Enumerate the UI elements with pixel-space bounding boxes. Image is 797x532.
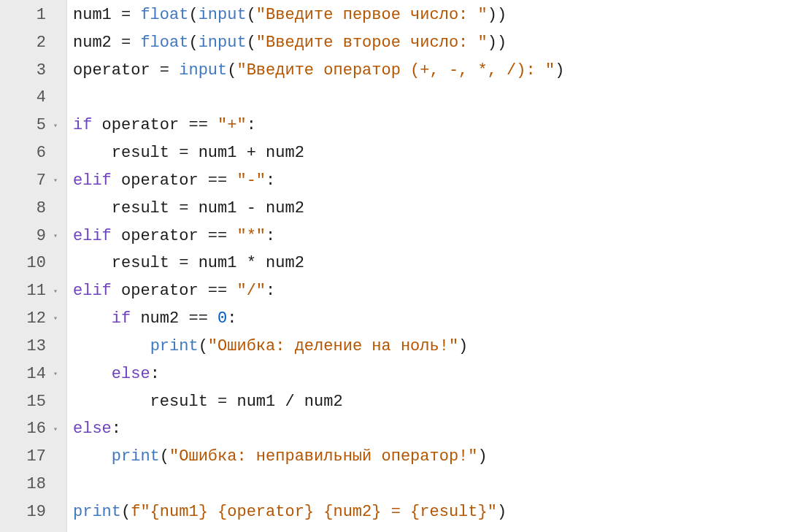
token-op: * [247,254,256,272]
gutter-line: 9▾ [6,223,58,250]
fold-marker-icon[interactable]: ▾ [50,230,58,242]
code-line[interactable]: elif operator == "-": [73,167,791,195]
token-op: = [169,254,199,272]
gutter-line: 16▾ [6,415,58,443]
token-name: num2 [256,254,304,272]
token-name: result [73,254,169,272]
token-name [73,309,112,328]
token-punc: ( [199,337,208,355]
line-number: 6 [36,139,46,167]
token-name [73,337,150,355]
token-punc: : [247,116,256,134]
code-line[interactable]: result = num1 + num2 [73,139,791,167]
token-punc: : [266,171,275,190]
token-name: operator [112,227,208,245]
token-str: "/" [227,282,266,300]
gutter-line: 14▾ [6,361,58,388]
token-punc: : [227,309,236,328]
fold-marker-icon[interactable]: ▾ [50,312,58,325]
token-fn: float [140,6,188,24]
code-line[interactable]: operator = input("Введите оператор (+, -… [73,57,791,85]
line-number: 10 [27,250,46,277]
code-line[interactable]: print("Ошибка: неправильный оператор!") [73,443,791,471]
gutter-line: 17 [6,443,58,471]
gutter-line: 18 [6,471,58,498]
gutter-line: 6 [6,139,58,167]
token-str: "Ошибка: деление на ноль!" [208,337,458,355]
token-op: = [150,61,180,80]
line-number: 13 [27,333,46,361]
token-str: "Введите второе число: " [256,34,488,52]
token-punc: : [112,420,121,438]
line-number: 8 [36,195,46,223]
fold-marker-icon[interactable]: ▾ [50,174,58,187]
token-name: num1 [199,144,247,162]
code-line[interactable]: print("Ошибка: деление на ноль!") [73,333,791,361]
gutter-line: 12▾ [6,305,58,333]
code-line[interactable] [73,84,791,112]
line-number: 15 [27,388,46,416]
gutter: 12345▾67▾89▾1011▾12▾1314▾1516▾171819 [0,0,67,532]
token-op: == [208,227,227,245]
code-line[interactable]: if operator == "+": [73,112,791,139]
code-line[interactable]: result = num1 / num2 [73,388,791,416]
token-punc: ( [160,447,169,466]
token-op: = [169,144,199,162]
token-punc: ( [227,61,236,80]
code-line[interactable]: elif operator == "*": [73,223,791,250]
token-op: == [208,282,227,300]
token-name: operator [112,282,208,300]
token-punc: ) [555,61,564,80]
token-punc: ( [188,6,198,24]
token-name: num2 [256,199,304,217]
token-name: num1 [199,254,247,272]
code-line[interactable] [73,471,791,498]
token-fn: print [73,503,121,521]
code-area[interactable]: num1 = float(input("Введите первое число… [67,0,797,532]
token-kw: else [73,420,112,438]
token-kw: else [112,365,150,383]
fold-marker-icon[interactable]: ▾ [50,368,58,380]
token-str: "Введите первое число: " [256,6,488,24]
token-str: "+" [208,116,247,134]
token-name: num2 [256,144,304,162]
token-fn: input [199,6,247,24]
code-line[interactable]: elif operator == "/": [73,277,791,305]
token-name: result [73,199,169,217]
code-line[interactable]: else: [73,415,791,443]
token-op: == [188,116,207,134]
token-name: num1 [199,199,247,217]
gutter-line: 8 [6,195,58,223]
token-kw: elif [73,282,112,300]
code-line[interactable]: print(f"{num1} {operator} {num2} = {resu… [73,498,791,526]
token-punc: ) [497,503,507,521]
token-punc: ( [121,503,131,521]
line-number: 1 [36,1,46,29]
token-str: f"{num1} {operator} {num2} = {result}" [131,503,497,521]
fold-marker-icon[interactable]: ▾ [50,285,58,298]
token-fn: input [199,34,247,52]
token-punc: ) [478,447,488,466]
line-number: 18 [27,471,46,498]
gutter-line: 11▾ [6,277,58,305]
token-punc: ( [247,6,256,24]
fold-marker-icon[interactable]: ▾ [50,120,58,132]
code-line[interactable]: result = num1 - num2 [73,195,791,223]
token-name: operator [92,116,188,134]
token-kw: elif [73,227,112,245]
code-line[interactable]: else: [73,361,791,388]
token-kw: if [73,116,92,134]
token-kw: if [112,309,131,328]
token-fn: print [150,337,199,355]
line-number: 17 [27,443,46,471]
code-line[interactable]: num1 = float(input("Введите первое число… [73,1,791,29]
token-punc: : [266,227,275,245]
token-punc: : [266,282,275,300]
code-line[interactable]: if num2 == 0: [73,305,791,333]
code-line[interactable]: num2 = float(input("Введите второе число… [73,29,791,57]
fold-marker-icon[interactable]: ▾ [50,423,58,436]
code-line[interactable]: result = num1 * num2 [73,250,791,277]
line-number: 19 [27,498,46,526]
token-kw: elif [73,171,112,190]
gutter-line: 5▾ [6,112,58,139]
